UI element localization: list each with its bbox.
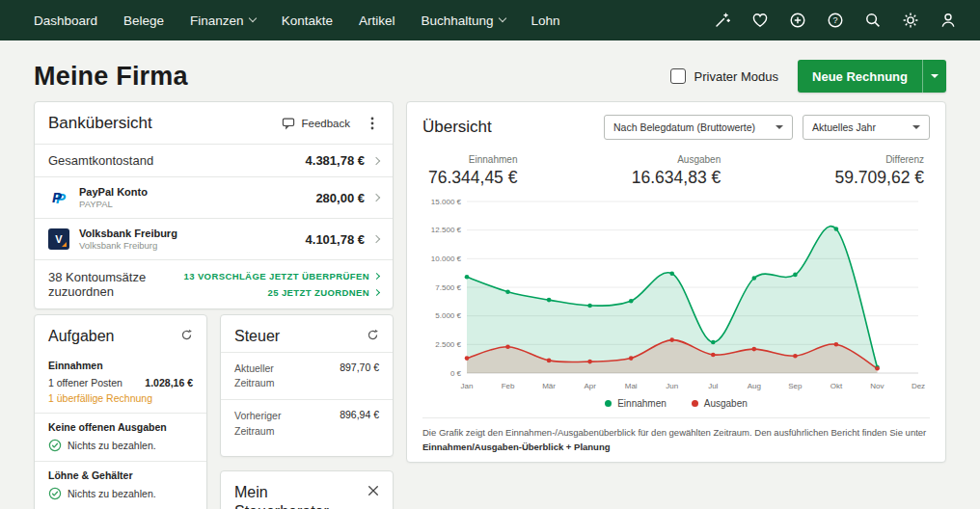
- overview-card: Übersicht Nach Belegdatum (Bruttowerte) …: [406, 101, 946, 463]
- tasks-income-heading: Einnahmen: [48, 360, 193, 371]
- overview-stats: Einnahmen 76.344,45 € Ausgaben 16.634,83…: [428, 154, 924, 188]
- chevron-down-icon: [912, 125, 920, 129]
- expenses-ok-row: Nichts zu bezahlen.: [48, 439, 193, 452]
- svg-text:Mai: Mai: [625, 382, 638, 390]
- tax-current-value: 897,70 €: [340, 362, 379, 390]
- legend-dot-income: [605, 400, 612, 407]
- total-balance-row[interactable]: Gesamtkontostand 4.381,78 €: [35, 144, 393, 176]
- account-name: Volksbank Freiburg: [79, 228, 177, 239]
- refresh-icon[interactable]: [180, 327, 193, 341]
- assign-now-link[interactable]: 25 JETZT ZUORDNEN: [267, 287, 379, 298]
- nav-item-buchhaltung[interactable]: Buchhaltung: [421, 13, 504, 28]
- legend-income: Einnahmen: [605, 398, 667, 409]
- bank-card-title: Bankübersicht: [48, 114, 152, 133]
- private-mode-checkbox[interactable]: [670, 68, 686, 84]
- tax-previous-period-row[interactable]: Vorheriger Zeitraum 896,94 €: [221, 399, 393, 446]
- plus-circle-icon[interactable]: [789, 12, 806, 29]
- account-subtitle: Volksbank Freiburg: [79, 240, 177, 251]
- overview-title: Übersicht: [422, 118, 492, 137]
- bank-account-row-volksbank[interactable]: V Volksbank Freiburg Volksbank Freiburg …: [35, 218, 393, 259]
- period-select[interactable]: Aktuelles Jahr: [803, 115, 930, 140]
- svg-text:Apr: Apr: [584, 382, 596, 390]
- nav-item-finanzen[interactable]: Finanzen: [190, 13, 256, 28]
- svg-text:10.000 €: 10.000 €: [431, 254, 462, 263]
- svg-text:12.500 €: 12.500 €: [431, 226, 462, 234]
- user-icon[interactable]: [939, 12, 957, 29]
- account-subtitle: PAYPAL: [79, 199, 148, 209]
- legend-expenses: Ausgaben: [692, 398, 748, 409]
- open-items-row[interactable]: 1 offener Posten 1.028,16 €: [48, 377, 193, 388]
- help-icon[interactable]: ?: [827, 12, 844, 29]
- svg-text:Jan: Jan: [461, 382, 474, 390]
- svg-text:0 €: 0 €: [450, 369, 462, 378]
- kebab-menu-icon[interactable]: [366, 116, 379, 131]
- assign-transactions-row: 38 Kontoumsätze zuzuordnen 13 VORSCHLÄGE…: [35, 259, 393, 308]
- total-balance-value: 4.381,78 €: [306, 153, 365, 168]
- search-icon[interactable]: [864, 12, 882, 29]
- svg-text:5.000 €: 5.000 €: [435, 311, 461, 320]
- nav-item-belege[interactable]: Belege: [123, 13, 164, 28]
- stat-income: Einnahmen 76.344,45 €: [428, 154, 517, 188]
- open-items-value: 1.028,16 €: [145, 377, 193, 388]
- new-invoice-dropdown-button[interactable]: [922, 60, 946, 93]
- new-invoice-split-button: Neue Rechnung: [798, 60, 946, 93]
- chevron-down-icon: [931, 74, 939, 78]
- stat-expenses: Ausgaben 16.634,83 €: [632, 154, 721, 188]
- speech-bubble-icon: [282, 117, 295, 130]
- nav-item-lohn[interactable]: Lohn: [531, 13, 560, 28]
- chevron-down-icon: [498, 14, 505, 22]
- chevron-right-icon: [373, 273, 380, 280]
- tax-card: Steuer Aktueller Zeitraum 897,70 € Vorhe…: [220, 314, 394, 457]
- heart-icon[interactable]: [751, 12, 769, 29]
- bank-account-row-paypal[interactable]: PP PayPal Konto PAYPAL 280,00 €: [35, 176, 393, 218]
- top-navbar: Dashboard Belege Finanzen Kontakte Artik…: [0, 0, 980, 40]
- stat-difference: Differenz 59.709,62 €: [835, 154, 924, 188]
- check-circle-icon: [48, 439, 62, 452]
- chevron-down-icon: [248, 14, 256, 22]
- new-invoice-button[interactable]: Neue Rechnung: [798, 60, 922, 93]
- svg-text:15.000 €: 15.000 €: [431, 198, 462, 206]
- value-type-select[interactable]: Nach Belegdatum (Bruttowerte): [604, 115, 793, 140]
- overdue-invoice-link[interactable]: 1 überfällige Rechnung: [48, 392, 193, 404]
- svg-text:?: ?: [832, 15, 837, 25]
- tax-previous-value: 896,94 €: [340, 409, 379, 438]
- tasks-card: Aufgaben Einnahmen 1 offener Posten 1.02…: [34, 314, 207, 509]
- nav-item-dashboard[interactable]: Dashboard: [34, 13, 97, 28]
- assign-transactions-label: 38 Kontoumsätze zuzuordnen: [48, 270, 183, 299]
- close-icon[interactable]: [368, 483, 379, 496]
- total-balance-label: Gesamtkontostand: [48, 153, 153, 168]
- private-mode-toggle[interactable]: Privater Modus: [670, 68, 778, 84]
- payroll-ok-row: Nichts zu bezahlen.: [48, 487, 193, 500]
- review-suggestions-link[interactable]: 13 VORSCHLÄGE JETZT ÜBERPRÜFEN: [183, 271, 379, 281]
- divider: [35, 413, 206, 414]
- svg-text:Aug: Aug: [748, 382, 761, 390]
- chevron-right-icon: [373, 289, 380, 296]
- gear-icon[interactable]: [902, 12, 919, 29]
- tax-current-period-row[interactable]: Aktueller Zeitraum 897,70 €: [221, 352, 393, 399]
- svg-text:Jul: Jul: [708, 382, 718, 390]
- tax-advisor-title: Mein Steuerberater: [234, 483, 342, 509]
- tax-card-title: Steuer: [234, 327, 280, 346]
- account-balance: 280,00 €: [315, 191, 365, 205]
- svg-text:7.500 €: 7.500 €: [435, 283, 461, 292]
- nav-item-artikel[interactable]: Artikel: [359, 13, 395, 28]
- svg-text:2.500 €: 2.500 €: [435, 340, 461, 349]
- refresh-icon[interactable]: [367, 327, 379, 341]
- report-link[interactable]: Einnahmen/Ausgaben-Überblick + Planung: [422, 442, 611, 452]
- account-name: PayPal Konto: [79, 186, 148, 198]
- nav-item-kontakte[interactable]: Kontakte: [282, 13, 333, 28]
- svg-text:Dez: Dez: [912, 382, 925, 390]
- tax-advisor-card: Mein Steuerberater: [220, 470, 394, 509]
- page-header: Meine Firma Privater Modus Neue Rechnung: [0, 40, 980, 106]
- tasks-card-title: Aufgaben: [48, 327, 115, 346]
- svg-text:Feb: Feb: [502, 382, 515, 390]
- chart-footnote: Die Grafik zeigt den Einnahmen-/Ausgaben…: [422, 417, 930, 454]
- chevron-right-icon: [372, 235, 380, 243]
- account-balance: 4.101,78 €: [306, 232, 365, 247]
- feedback-button[interactable]: Feedback: [282, 117, 350, 130]
- page-title: Meine Firma: [34, 62, 188, 92]
- magic-wand-icon[interactable]: [714, 12, 731, 29]
- legend-dot-expenses: [692, 400, 698, 407]
- svg-text:Sep: Sep: [788, 382, 803, 390]
- divider: [35, 461, 206, 462]
